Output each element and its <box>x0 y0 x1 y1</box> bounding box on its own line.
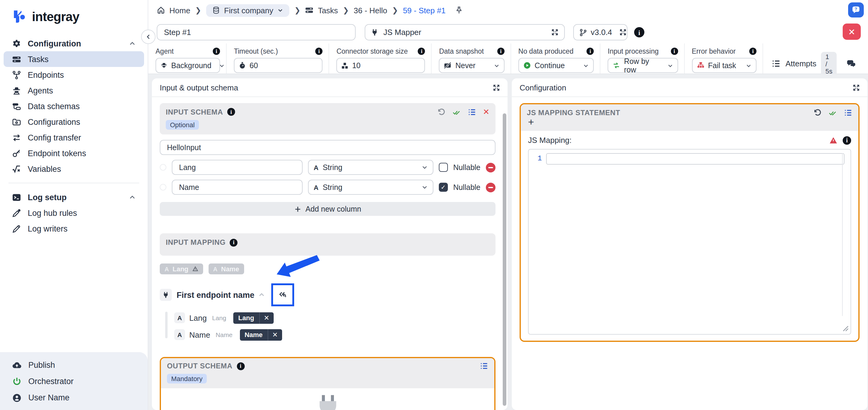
source-chip-lang[interactable]: A Lang <box>160 263 203 274</box>
sidebar-item-endpoint-tokens[interactable]: Endpoint tokens <box>4 145 144 161</box>
sidebar-item-publish[interactable]: Publish <box>4 357 144 373</box>
sidebar-item-variables[interactable]: Variables <box>4 161 144 177</box>
column-name-field[interactable] <box>172 160 303 175</box>
undo-icon[interactable] <box>437 108 445 116</box>
expand-icon[interactable] <box>852 84 860 91</box>
column-type-select[interactable]: A String <box>308 180 433 195</box>
relink-icon[interactable] <box>278 290 287 299</box>
sidebar-item-configurations[interactable]: Configurations <box>4 114 144 129</box>
agent-select[interactable]: Background <box>156 58 220 73</box>
expand-icon[interactable] <box>619 28 627 36</box>
chevron-down-icon <box>746 62 752 68</box>
schema-name-field[interactable] <box>160 140 495 155</box>
list-icon[interactable] <box>468 108 476 116</box>
fail-task-icon <box>696 61 704 69</box>
undo-icon[interactable] <box>813 109 822 117</box>
expand-icon[interactable] <box>551 28 559 36</box>
nullable-checkbox[interactable] <box>439 163 448 172</box>
sidebar-item-data-schemas[interactable]: Data schemas <box>4 98 144 114</box>
column-type-select[interactable]: A String <box>308 160 433 175</box>
sidebar-item-config-transfer[interactable]: Config transfer <box>4 129 144 145</box>
timeout-input[interactable]: 60 <box>234 58 322 73</box>
no-data-produced-select[interactable]: Continue <box>518 58 594 73</box>
info-icon[interactable]: i <box>634 27 644 37</box>
field-value: Fail task <box>708 61 736 70</box>
add-statement-button[interactable]: + <box>527 117 536 128</box>
info-icon[interactable]: i <box>230 238 238 246</box>
drag-handle[interactable] <box>160 164 166 171</box>
data-snapshot-select[interactable]: Never <box>439 58 504 73</box>
schema-name-input[interactable] <box>166 143 490 152</box>
info-icon[interactable]: i <box>587 47 594 55</box>
drag-handle[interactable] <box>160 184 166 191</box>
add-column-button[interactable]: Add new column <box>160 202 495 216</box>
js-code-editor[interactable]: 1 <box>528 149 851 334</box>
sidebar-item-user[interactable]: User Name <box>4 389 144 406</box>
pin-icon[interactable] <box>456 6 463 14</box>
remove-mapping-button[interactable]: ✕ <box>268 329 282 340</box>
sidebar-item-orchestrator[interactable]: Orchestrator <box>4 373 144 389</box>
breadcrumb-step[interactable]: 59 - Step #1 <box>403 6 446 15</box>
help-button[interactable]: ? <box>848 2 864 18</box>
column-name-field[interactable] <box>172 180 303 195</box>
info-icon[interactable]: i <box>418 47 425 55</box>
warning-icon[interactable] <box>829 136 838 144</box>
chevron-down-icon <box>583 62 589 68</box>
sidebar-section-configuration[interactable]: Configuration <box>4 36 144 51</box>
info-icon[interactable]: i <box>315 47 322 55</box>
sidebar-item-log-hub-rules[interactable]: Log hub rules <box>4 205 144 221</box>
info-icon[interactable]: i <box>497 47 504 55</box>
remove-column-button[interactable] <box>486 163 495 172</box>
close-step-button[interactable]: ✕ <box>843 24 861 40</box>
column-name-input[interactable] <box>178 163 297 172</box>
sidebar-item-tasks[interactable]: Tasks <box>4 51 144 67</box>
source-chip-name[interactable]: A Name <box>208 263 244 274</box>
remove-mapping-button[interactable]: ✕ <box>259 312 273 323</box>
breadcrumb-company-selector[interactable]: First company <box>206 4 290 17</box>
step-name-input[interactable] <box>163 27 350 37</box>
attempts-list-icon[interactable] <box>772 59 781 68</box>
breadcrumb-tasks[interactable]: Tasks <box>305 6 338 15</box>
info-icon[interactable]: i <box>213 47 220 55</box>
chevron-down-icon <box>218 62 224 68</box>
remove-column-button[interactable] <box>486 182 495 192</box>
version-selector[interactable]: v3.0.4 <box>573 24 627 40</box>
list-icon[interactable] <box>480 362 488 370</box>
connector-storage-input[interactable]: 10 <box>336 58 425 73</box>
code-input[interactable] <box>546 153 844 165</box>
sidebar-item-agents[interactable]: Agents <box>4 83 144 98</box>
error-behavior-select[interactable]: Fail task <box>692 58 756 73</box>
sidebar-item-log-writers[interactable]: Log writers <box>4 221 144 236</box>
info-icon[interactable]: i <box>843 136 851 144</box>
config-transfer-icon <box>12 133 21 142</box>
expand-icon[interactable] <box>493 84 500 91</box>
close-icon[interactable]: ✕ <box>483 107 490 116</box>
breadcrumb-home[interactable]: Home <box>157 6 190 15</box>
chat-bubbles-icon[interactable] <box>846 59 857 68</box>
step-settings-row: Agenti Background Timeout (sec.)i 60 <box>148 43 868 74</box>
double-check-icon[interactable] <box>452 108 461 116</box>
breadcrumb-task[interactable]: 36 - Hello <box>354 6 387 15</box>
input-processing-select[interactable]: Row by row <box>608 58 678 73</box>
sidebar-section-log-setup[interactable]: Log setup <box>4 189 144 205</box>
mapping-row: A Name Name Name ✕ <box>174 329 495 341</box>
column-name-input[interactable] <box>178 182 297 192</box>
double-check-icon[interactable] <box>828 109 837 117</box>
sidebar-collapse-button[interactable] <box>141 30 156 44</box>
sidebar-item-endpoints[interactable]: Endpoints <box>4 67 144 83</box>
connector-selector[interactable]: JS Mapper <box>365 24 565 40</box>
info-icon[interactable]: i <box>237 362 244 370</box>
step-name-field[interactable] <box>157 24 355 40</box>
nullable-checkbox[interactable] <box>439 183 448 192</box>
plug-large-icon <box>315 394 340 410</box>
mapping-target-name: Lang <box>189 313 207 322</box>
configurations-icon <box>12 117 21 126</box>
js-mapping-label: JS Mapping: <box>528 136 572 145</box>
resize-grip-icon[interactable] <box>843 326 849 332</box>
field-agent: Agenti Background <box>148 43 227 74</box>
mapping-children: A Lang Lang Lang ✕ A Name Name <box>160 312 495 341</box>
info-icon[interactable]: i <box>749 47 756 55</box>
info-icon[interactable]: i <box>227 108 235 116</box>
info-icon[interactable]: i <box>671 47 678 55</box>
list-icon[interactable] <box>844 109 852 117</box>
